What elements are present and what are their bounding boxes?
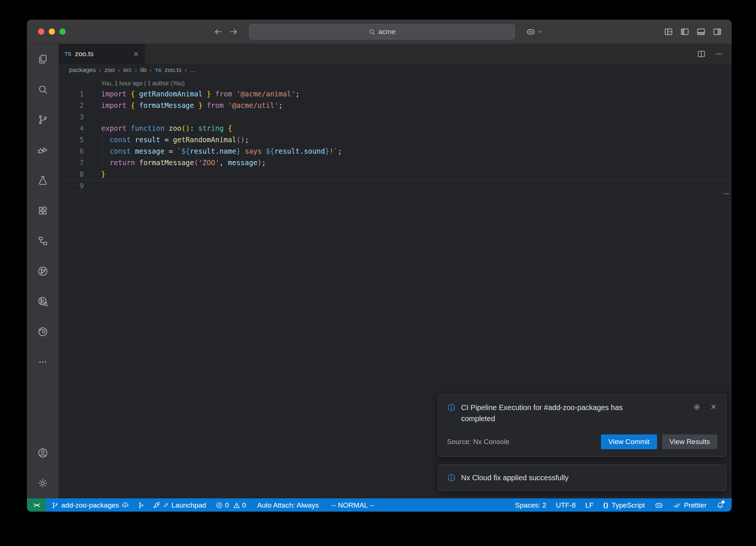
search-icon[interactable] [27, 74, 58, 105]
code-text: import { formatMessage } from '@acme/uti… [88, 100, 283, 111]
code-text: const result = getRandomAnimal(); [88, 134, 249, 146]
project-graph-icon[interactable] [27, 226, 58, 256]
edge-browser-icon[interactable] [27, 317, 58, 347]
double-check-icon [673, 501, 681, 509]
breadcrumb-separator-icon: › [118, 67, 120, 74]
vim-mode-label: -- NORMAL -- [331, 501, 374, 509]
breadcrumb-item-symbol[interactable]: ... [190, 66, 195, 74]
close-tab-icon[interactable] [133, 51, 139, 57]
code-line-7[interactable]: 7 return formatMessage('ZOO', message); [59, 157, 732, 168]
more-views-icon[interactable] [27, 347, 58, 377]
code-line-5[interactable]: 5 const result = getRandomAnimal(); [59, 134, 732, 146]
more-actions-icon[interactable] [715, 50, 724, 58]
notifications-bell-item[interactable] [716, 498, 724, 512]
braces-icon: {} [603, 502, 609, 509]
run-debug-icon[interactable] [27, 135, 58, 165]
encoding-label: UTF-8 [556, 501, 576, 509]
line-number: 7 [59, 157, 88, 168]
info-icon [447, 473, 456, 482]
notification-toast-nx-cloud: Nx Cloud fix applied successfully [438, 464, 726, 491]
notification-message: CI Pipeline Execution for #add-zoo-packa… [461, 402, 657, 424]
view-results-button[interactable]: View Results [662, 434, 717, 449]
toggle-primary-sidebar-icon[interactable] [680, 27, 690, 37]
account-icon[interactable] [27, 438, 58, 468]
settings-gear-icon[interactable] [27, 468, 58, 498]
line-number: 6 [59, 146, 88, 157]
editor-actions [697, 44, 724, 64]
auto-attach-item[interactable]: Auto Attach: Always [256, 498, 320, 512]
copilot-status-item[interactable] [654, 498, 663, 512]
view-commit-button[interactable]: View Commit [601, 434, 657, 449]
breadcrumb-separator-icon: › [185, 67, 186, 74]
code-line-8[interactable]: 8} [59, 168, 732, 180]
zoom-window-button[interactable] [59, 28, 66, 35]
search-query-text: acme [378, 28, 395, 36]
breadcrumb-separator-icon: › [135, 67, 137, 74]
vim-mode-item[interactable]: -- NORMAL -- [330, 498, 375, 512]
testing-icon[interactable] [27, 165, 58, 195]
explorer-icon[interactable] [27, 44, 58, 74]
copilot-menu-button[interactable] [526, 20, 543, 44]
notification-toast-pipeline: CI Pipeline Execution for #add-zoo-packa… [438, 394, 726, 457]
gitlens-inspect-icon[interactable] [27, 286, 58, 317]
code-line-1[interactable]: 1import { getRandomAnimal } from '@acme/… [59, 88, 732, 100]
code-text [88, 180, 101, 192]
notification-badge-dot [722, 501, 725, 504]
line-number: 9 [59, 180, 88, 192]
rocket-small-icon [163, 502, 169, 508]
go-forward-icon[interactable] [229, 27, 238, 37]
git-branch-item[interactable]: add-zoo-packages [50, 498, 131, 512]
typescript-file-icon: TS [65, 51, 71, 57]
line-number: 3 [59, 111, 88, 123]
split-editor-icon[interactable] [697, 50, 706, 58]
launchpad-item[interactable]: Launchpad [151, 498, 207, 512]
go-back-icon[interactable] [213, 27, 223, 37]
scrollbar-decoration [724, 193, 729, 194]
encoding-item[interactable]: UTF-8 [556, 498, 576, 512]
typescript-file-icon: TS [155, 68, 161, 73]
gitlens-icon[interactable] [27, 256, 58, 286]
minimize-window-button[interactable] [49, 28, 55, 35]
copilot-icon [654, 501, 663, 510]
formatter-item[interactable]: Prettier [673, 498, 707, 512]
line-number: 4 [59, 123, 88, 134]
breadcrumb-item-src[interactable]: src [123, 66, 132, 74]
code-text: } [88, 168, 105, 180]
line-number: 1 [59, 88, 88, 100]
code-line-4[interactable]: 4export function zoo(): string { [59, 123, 732, 134]
language-label: TypeScript [612, 501, 645, 509]
extensions-icon[interactable] [27, 195, 58, 226]
notification-source: Source: Nx Console [447, 438, 509, 446]
breadcrumb-item-lib[interactable]: lib [140, 66, 147, 74]
code-line-9[interactable]: 9 [59, 180, 732, 192]
code-text: return formatMessage('ZOO', message); [88, 157, 266, 168]
notification-close-icon[interactable] [710, 403, 717, 411]
notification-message: Nx Cloud fix applied successfully [461, 472, 568, 483]
eol-label: LF [585, 501, 594, 509]
code-line-3[interactable]: 3 [59, 111, 732, 123]
codelens-blame[interactable]: You, 1 hour ago | 1 author (You) [59, 79, 732, 88]
code-line-2[interactable]: 2import { formatMessage } from '@acme/ut… [59, 100, 732, 111]
tab-zoo-ts[interactable]: TS zoo.ts [59, 44, 145, 64]
eol-item[interactable]: LF [585, 498, 594, 512]
toggle-secondary-sidebar-icon[interactable] [712, 27, 722, 37]
spaces-label: Spaces: 2 [515, 501, 546, 509]
source-control-icon[interactable] [27, 105, 58, 135]
notification-settings-icon[interactable] [693, 403, 701, 411]
remote-indicator[interactable]: >< [27, 498, 46, 512]
breadcrumb-item-packages[interactable]: packages [69, 66, 96, 74]
language-mode-item[interactable]: {} TypeScript [603, 498, 645, 512]
breadcrumb-item-zoo[interactable]: zoo [104, 66, 114, 74]
command-center-search[interactable]: acme [249, 24, 515, 40]
problems-item[interactable]: 0 0 [214, 498, 247, 512]
customize-layout-icon[interactable] [664, 27, 673, 37]
error-count: 0 [225, 501, 229, 509]
code-line-6[interactable]: 6 const message = `${result.name} says $… [59, 146, 732, 157]
close-window-button[interactable] [38, 28, 44, 35]
indentation-item[interactable]: Spaces: 2 [515, 498, 546, 512]
toggle-panel-icon[interactable] [696, 27, 706, 37]
breadcrumb-item-file[interactable]: zoo.ts [165, 66, 181, 74]
line-number: 5 [59, 134, 88, 146]
launchpad-label: Launchpad [171, 501, 206, 509]
commit-graph-item[interactable] [136, 498, 146, 512]
